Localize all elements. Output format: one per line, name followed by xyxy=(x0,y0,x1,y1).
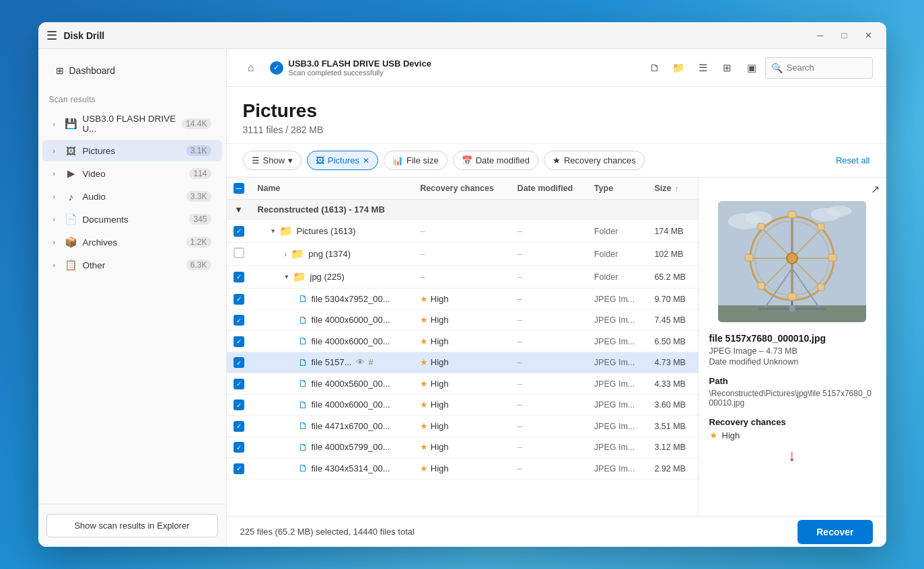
recovery-chances-label: Recovery chances xyxy=(564,155,636,165)
checkbox-cell[interactable]: ✓ xyxy=(227,437,251,458)
name-cell: 🗋 file 4000x5600_00... xyxy=(251,373,414,395)
file-view-button[interactable]: 🗋 xyxy=(644,57,666,79)
select-all-header[interactable]: ─ xyxy=(227,178,251,200)
row-checkbox[interactable]: ✓ xyxy=(234,315,244,326)
checkbox-cell[interactable]: ✓ xyxy=(227,331,251,352)
file-size-filter-button[interactable]: 📊 File size xyxy=(384,151,448,170)
checkbox-cell[interactable]: ✓ xyxy=(227,220,251,243)
expand-icon[interactable]: ▾ xyxy=(271,227,275,235)
date-modified-label: Date modified xyxy=(476,155,530,165)
eye-icon[interactable]: 👁 xyxy=(356,357,365,367)
sidebar-item-archives[interactable]: › 📦 Archives 1.2K xyxy=(42,231,222,253)
panel-view-button[interactable]: ▣ xyxy=(741,57,762,79)
pictures-filter-close[interactable]: ✕ xyxy=(363,156,369,165)
table-row[interactable]: ✓ 🗋 file 4000x6000_00... ★ High – xyxy=(227,309,698,331)
row-name: file 5157... xyxy=(312,357,352,367)
table-row[interactable]: ✓ 🗋 file 4471x6700_00... ★ High – xyxy=(227,416,698,437)
checkbox-cell[interactable]: ✓ xyxy=(227,373,251,395)
checkbox-cell[interactable]: ✓ xyxy=(227,416,251,437)
preview-meta1: JPEG Image – 4.73 MB xyxy=(709,346,876,356)
file-list[interactable]: ─ Name Recovery chances Date modified xyxy=(227,178,698,516)
expand-icon[interactable]: › xyxy=(285,250,287,258)
sidebar-item-audio[interactable]: › ♪ Audio 3.3K xyxy=(42,186,222,207)
recovery-chances-filter-button[interactable]: ★ Recovery chances xyxy=(544,151,645,170)
row-checkbox[interactable]: ✓ xyxy=(234,357,244,368)
table-row[interactable]: ✓ 🗋 file 4000x5799_00... ★ High – xyxy=(227,437,698,458)
home-button[interactable]: ⌂ xyxy=(240,57,262,79)
date-cell: – xyxy=(511,373,588,395)
show-filter-button[interactable]: ☰ Show ▾ xyxy=(243,151,302,170)
device-status-text: Scan completed successfully xyxy=(289,69,431,77)
checkbox-cell[interactable]: ✓ xyxy=(227,352,251,373)
checkbox-cell[interactable]: ✓ xyxy=(227,266,251,289)
name-column-header[interactable]: Name xyxy=(251,178,414,200)
row-checkbox[interactable]: ✓ xyxy=(234,294,244,305)
row-checkbox[interactable]: ✓ xyxy=(234,379,244,389)
recovery-cell: ★ High xyxy=(413,373,510,395)
grid-icon: ⊞ xyxy=(56,65,64,76)
show-scan-results-button[interactable]: Show scan results in Explorer xyxy=(46,514,218,537)
checkbox-cell[interactable]: ✓ xyxy=(227,289,251,310)
arrow-down-icon: ↓ xyxy=(788,446,796,465)
date-modified-column-header[interactable]: Date modified xyxy=(511,178,588,200)
table-row[interactable]: › 📁 png (1374) – – Folder 102 MB xyxy=(227,243,698,266)
group-expand-cell[interactable]: ▾ xyxy=(227,200,251,220)
menu-icon[interactable]: ☰ xyxy=(46,28,57,43)
table-row[interactable]: ✓ ▾ 📁 Pictures (1613) – xyxy=(227,220,698,243)
table-row[interactable]: ✓ 🗋 file 4304x5314_00... ★ High – xyxy=(227,458,698,480)
row-checkbox[interactable]: ✓ xyxy=(234,336,244,347)
pictures-icon: 🖼 xyxy=(65,145,77,157)
minimize-button[interactable]: ─ xyxy=(811,26,830,45)
size-cell: 4.33 MB xyxy=(647,373,697,395)
row-checkbox[interactable] xyxy=(234,248,244,258)
table-row[interactable]: ✓ 🗋 file 4000x6000_00... ★ High – xyxy=(227,331,698,352)
row-checkbox[interactable]: ✓ xyxy=(234,463,244,474)
sidebar-item-pictures[interactable]: › 🖼 Pictures 3.1K xyxy=(42,140,222,161)
folder-view-button[interactable]: 📁 xyxy=(668,57,690,79)
type-column-header[interactable]: Type xyxy=(588,178,648,200)
expand-arrow-icon: › xyxy=(53,120,63,128)
checkbox-cell[interactable]: ✓ xyxy=(227,458,251,480)
sidebar-item-usb[interactable]: › 💾 USB3.0 FLASH DRIVE U... 14.4K xyxy=(42,109,222,139)
sidebar-item-other[interactable]: › 📋 Other 6.3K xyxy=(42,254,222,276)
table-row[interactable]: ✓ ▾ 📁 jpg (225) – xyxy=(227,266,698,289)
list-view-button[interactable]: ☰ xyxy=(692,57,714,79)
row-checkbox[interactable]: ✓ xyxy=(234,272,244,282)
type-cell: JPEG Im... xyxy=(588,437,648,458)
svg-rect-28 xyxy=(758,282,765,289)
date-modified-filter-button[interactable]: 📅 Date modified xyxy=(453,151,538,170)
group-row-reconstructed[interactable]: ▾ Reconstructed (1613) - 174 MB xyxy=(227,200,698,220)
recover-button[interactable]: Recover xyxy=(797,520,872,544)
search-input[interactable] xyxy=(787,63,867,73)
table-row[interactable]: ✓ 🗋 file 5304x7952_00... ★ High – xyxy=(227,289,698,310)
dashboard-button[interactable]: ⊞ Dashboard xyxy=(49,60,215,81)
sidebar-usb-count: 14.4K xyxy=(182,118,211,129)
sidebar-item-video[interactable]: › ▶ Video 114 xyxy=(42,163,222,184)
maximize-button[interactable]: □ xyxy=(835,26,854,45)
sidebar-archives-count: 1.2K xyxy=(186,237,211,248)
pictures-filter-button[interactable]: 🖼 Pictures ✕ xyxy=(307,151,378,170)
size-column-header[interactable]: Size ↑ xyxy=(647,178,697,200)
external-link-button[interactable]: ↗ xyxy=(871,183,880,196)
grid-view-button[interactable]: ⊞ xyxy=(717,57,738,79)
close-button[interactable]: ✕ xyxy=(859,26,878,45)
hash-icon[interactable]: # xyxy=(369,357,374,367)
recovery-chances-column-header[interactable]: Recovery chances xyxy=(413,178,510,200)
row-checkbox[interactable]: ✓ xyxy=(234,226,244,237)
checkbox-cell[interactable] xyxy=(227,243,251,266)
table-row[interactable]: ✓ 🗋 file 4000x5600_00... ★ High – xyxy=(227,373,698,395)
row-checkbox[interactable]: ✓ xyxy=(234,442,244,453)
select-all-checkbox[interactable]: ─ xyxy=(234,183,244,194)
checkbox-cell[interactable]: ✓ xyxy=(227,309,251,331)
row-checkbox[interactable]: ✓ xyxy=(234,400,244,410)
reset-all-button[interactable]: Reset all xyxy=(836,155,870,165)
date-cell: – xyxy=(511,437,588,458)
table-row[interactable]: ✓ 🗋 file 4000x6000_00... ★ High – xyxy=(227,394,698,416)
table-row-selected[interactable]: ✓ 🗋 file 5157... 👁 # xyxy=(227,352,698,373)
preview-ferris-wheel-svg xyxy=(718,201,866,322)
checkbox-cell[interactable]: ✓ xyxy=(227,394,251,416)
recovery-cell: ★ High xyxy=(413,458,510,480)
expand-icon[interactable]: ▾ xyxy=(285,272,289,281)
sidebar-item-documents[interactable]: › 📄 Documents 345 xyxy=(42,208,222,230)
row-checkbox[interactable]: ✓ xyxy=(234,421,244,432)
